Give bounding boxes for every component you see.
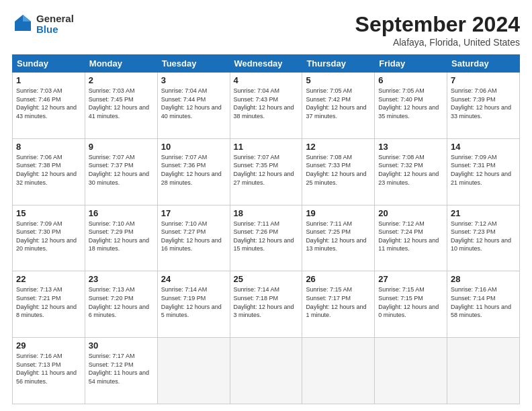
calendar-day-empty: [157, 338, 230, 404]
day-info: Sunrise: 7:15 AMSunset: 7:17 PMDaylight:…: [306, 285, 371, 319]
day-number: 8: [16, 142, 81, 152]
month-title: September 2024: [355, 12, 520, 37]
day-number: 13: [378, 142, 443, 152]
logo-blue: Blue: [36, 24, 74, 36]
calendar-day-14: 14Sunrise: 7:09 AMSunset: 7:31 PMDayligh…: [447, 138, 520, 205]
calendar-day-15: 15Sunrise: 7:09 AMSunset: 7:30 PMDayligh…: [13, 205, 85, 271]
calendar-week-3: 15Sunrise: 7:09 AMSunset: 7:30 PMDayligh…: [13, 205, 520, 271]
day-info: Sunrise: 7:09 AMSunset: 7:30 PMDaylight:…: [16, 220, 81, 253]
weekday-header-tuesday: Tuesday: [157, 55, 230, 73]
logo-icon: [12, 12, 34, 34]
day-number: 29: [16, 340, 81, 351]
day-info: Sunrise: 7:05 AMSunset: 7:40 PMDaylight:…: [378, 87, 443, 120]
day-number: 16: [89, 208, 154, 218]
location: Alafaya, Florida, United States: [355, 37, 520, 48]
day-number: 6: [378, 75, 443, 85]
day-info: Sunrise: 7:10 AMSunset: 7:29 PMDaylight:…: [89, 220, 154, 253]
calendar-day-7: 7Sunrise: 7:06 AMSunset: 7:39 PMDaylight…: [447, 73, 520, 139]
day-info: Sunrise: 7:04 AMSunset: 7:43 PMDaylight:…: [234, 87, 299, 120]
calendar-day-8: 8Sunrise: 7:06 AMSunset: 7:38 PMDaylight…: [13, 138, 85, 205]
calendar-day-17: 17Sunrise: 7:10 AMSunset: 7:27 PMDayligh…: [157, 205, 230, 271]
logo: General Blue: [12, 12, 74, 36]
day-info: Sunrise: 7:11 AMSunset: 7:25 PMDaylight:…: [306, 220, 371, 253]
day-info: Sunrise: 7:07 AMSunset: 7:37 PMDaylight:…: [89, 153, 154, 187]
calendar-day-22: 22Sunrise: 7:13 AMSunset: 7:21 PMDayligh…: [13, 271, 85, 338]
day-number: 5: [306, 75, 371, 85]
calendar-day-29: 29Sunrise: 7:16 AMSunset: 7:13 PMDayligh…: [13, 338, 85, 404]
weekday-header-monday: Monday: [85, 55, 157, 73]
day-info: Sunrise: 7:12 AMSunset: 7:23 PMDaylight:…: [451, 220, 516, 253]
day-info: Sunrise: 7:06 AMSunset: 7:38 PMDaylight:…: [16, 153, 81, 187]
day-info: Sunrise: 7:08 AMSunset: 7:33 PMDaylight:…: [306, 153, 371, 187]
day-info: Sunrise: 7:17 AMSunset: 7:12 PMDaylight:…: [89, 352, 154, 385]
day-info: Sunrise: 7:08 AMSunset: 7:32 PMDaylight:…: [378, 153, 443, 187]
calendar-day-6: 6Sunrise: 7:05 AMSunset: 7:40 PMDaylight…: [375, 73, 447, 139]
calendar-day-27: 27Sunrise: 7:15 AMSunset: 7:15 PMDayligh…: [375, 271, 447, 338]
day-number: 3: [161, 75, 226, 85]
day-number: 23: [89, 274, 154, 284]
day-number: 27: [378, 274, 443, 284]
day-number: 24: [161, 274, 226, 284]
day-info: Sunrise: 7:03 AMSunset: 7:45 PMDaylight:…: [89, 87, 154, 120]
calendar-day-24: 24Sunrise: 7:14 AMSunset: 7:19 PMDayligh…: [157, 271, 230, 338]
weekday-header-wednesday: Wednesday: [230, 55, 302, 73]
day-number: 7: [451, 75, 516, 85]
day-number: 4: [234, 75, 299, 85]
day-info: Sunrise: 7:03 AMSunset: 7:46 PMDaylight:…: [16, 87, 81, 120]
day-info: Sunrise: 7:10 AMSunset: 7:27 PMDaylight:…: [161, 220, 226, 253]
weekday-header-friday: Friday: [375, 55, 447, 73]
calendar-day-5: 5Sunrise: 7:05 AMSunset: 7:42 PMDaylight…: [302, 73, 375, 139]
day-number: 26: [306, 274, 371, 284]
svg-marker-1: [23, 15, 31, 21]
calendar-week-1: 1Sunrise: 7:03 AMSunset: 7:46 PMDaylight…: [13, 73, 520, 139]
day-info: Sunrise: 7:11 AMSunset: 7:26 PMDaylight:…: [234, 220, 299, 253]
day-number: 20: [378, 208, 443, 218]
calendar-week-4: 22Sunrise: 7:13 AMSunset: 7:21 PMDayligh…: [13, 271, 520, 338]
weekday-header-row: SundayMondayTuesdayWednesdayThursdayFrid…: [13, 55, 520, 73]
day-info: Sunrise: 7:12 AMSunset: 7:24 PMDaylight:…: [378, 220, 443, 253]
day-info: Sunrise: 7:07 AMSunset: 7:35 PMDaylight:…: [234, 153, 299, 187]
calendar-day-25: 25Sunrise: 7:14 AMSunset: 7:18 PMDayligh…: [230, 271, 302, 338]
weekday-header-saturday: Saturday: [447, 55, 520, 73]
calendar-day-16: 16Sunrise: 7:10 AMSunset: 7:29 PMDayligh…: [85, 205, 157, 271]
calendar-day-1: 1Sunrise: 7:03 AMSunset: 7:46 PMDaylight…: [13, 73, 85, 139]
day-info: Sunrise: 7:09 AMSunset: 7:31 PMDaylight:…: [451, 153, 516, 187]
day-number: 2: [89, 75, 154, 85]
day-info: Sunrise: 7:04 AMSunset: 7:44 PMDaylight:…: [161, 87, 226, 120]
weekday-header-sunday: Sunday: [13, 55, 85, 73]
calendar-day-10: 10Sunrise: 7:07 AMSunset: 7:36 PMDayligh…: [157, 138, 230, 205]
day-number: 18: [234, 208, 299, 218]
day-info: Sunrise: 7:15 AMSunset: 7:15 PMDaylight:…: [378, 285, 443, 319]
calendar-day-empty: [447, 338, 520, 404]
calendar-table: SundayMondayTuesdayWednesdayThursdayFrid…: [12, 54, 520, 404]
weekday-header-thursday: Thursday: [302, 55, 375, 73]
day-number: 25: [234, 274, 299, 284]
day-number: 19: [306, 208, 371, 218]
calendar-day-empty: [230, 338, 302, 404]
day-number: 9: [89, 142, 154, 152]
calendar-day-4: 4Sunrise: 7:04 AMSunset: 7:43 PMDaylight…: [230, 73, 302, 139]
day-info: Sunrise: 7:14 AMSunset: 7:19 PMDaylight:…: [161, 285, 226, 319]
day-number: 1: [16, 75, 81, 85]
calendar-day-2: 2Sunrise: 7:03 AMSunset: 7:45 PMDaylight…: [85, 73, 157, 139]
day-info: Sunrise: 7:16 AMSunset: 7:13 PMDaylight:…: [16, 352, 81, 385]
calendar-day-19: 19Sunrise: 7:11 AMSunset: 7:25 PMDayligh…: [302, 205, 375, 271]
calendar-week-2: 8Sunrise: 7:06 AMSunset: 7:38 PMDaylight…: [13, 138, 520, 205]
calendar-day-21: 21Sunrise: 7:12 AMSunset: 7:23 PMDayligh…: [447, 205, 520, 271]
svg-rect-2: [15, 21, 31, 31]
calendar-week-5: 29Sunrise: 7:16 AMSunset: 7:13 PMDayligh…: [13, 338, 520, 404]
day-number: 15: [16, 208, 81, 218]
day-number: 17: [161, 208, 226, 218]
day-number: 28: [451, 274, 516, 284]
calendar-day-empty: [375, 338, 447, 404]
day-info: Sunrise: 7:07 AMSunset: 7:36 PMDaylight:…: [161, 153, 226, 187]
day-number: 12: [306, 142, 371, 152]
header: General Blue September 2024 Alafaya, Flo…: [12, 12, 520, 48]
calendar-day-30: 30Sunrise: 7:17 AMSunset: 7:12 PMDayligh…: [85, 338, 157, 404]
calendar-day-3: 3Sunrise: 7:04 AMSunset: 7:44 PMDaylight…: [157, 73, 230, 139]
day-info: Sunrise: 7:14 AMSunset: 7:18 PMDaylight:…: [234, 285, 299, 319]
calendar-day-18: 18Sunrise: 7:11 AMSunset: 7:26 PMDayligh…: [230, 205, 302, 271]
calendar-day-11: 11Sunrise: 7:07 AMSunset: 7:35 PMDayligh…: [230, 138, 302, 205]
calendar-day-28: 28Sunrise: 7:16 AMSunset: 7:14 PMDayligh…: [447, 271, 520, 338]
day-number: 10: [161, 142, 226, 152]
